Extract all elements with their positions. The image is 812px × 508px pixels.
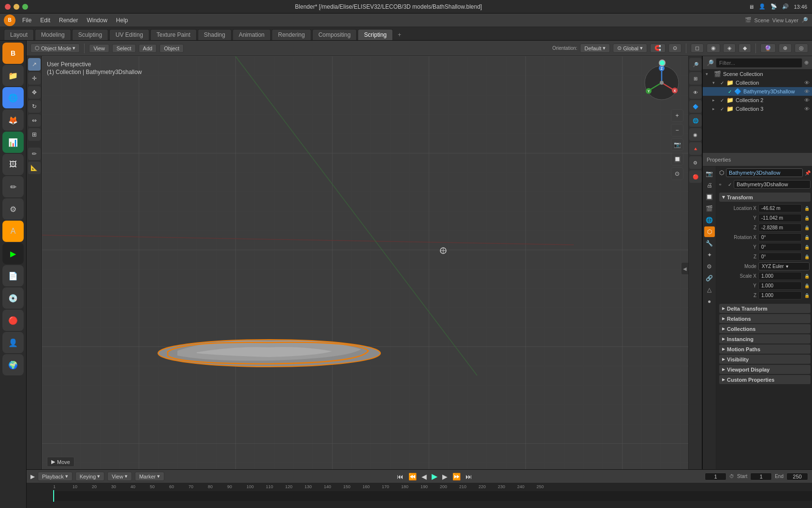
location-y-value[interactable]: -11.042 m <box>758 214 802 222</box>
prop-material-icon[interactable]: ● <box>704 296 715 307</box>
timeline-content[interactable]: 1 10 20 30 40 50 60 70 80 90 100 110 120… <box>27 483 812 508</box>
minimize-button[interactable] <box>14 4 19 10</box>
object-name-field[interactable]: Bathymetry3Dshallow <box>726 168 803 177</box>
prop-particles-icon[interactable]: ✦ <box>704 250 715 260</box>
motion-paths-header[interactable]: ▸ Motion Paths <box>719 344 811 354</box>
app-draw[interactable]: ✏ <box>2 176 24 197</box>
end-frame-input[interactable] <box>786 473 808 480</box>
viewport-shading-solid[interactable]: ◉ <box>707 44 720 53</box>
lock-ry[interactable]: 🔒 <box>804 244 810 250</box>
start-frame-input[interactable] <box>750 473 772 480</box>
viewport-display-header[interactable]: ▸ Viewport Display <box>719 365 811 374</box>
orbit-btn[interactable]: ⊙ <box>671 167 683 180</box>
app-disk[interactable]: 💿 <box>2 287 24 309</box>
marker-menu[interactable]: Marker ▾ <box>135 472 164 481</box>
relations-header[interactable]: ▸ Relations <box>719 314 811 323</box>
timeline-cursor[interactable] <box>53 490 54 502</box>
transform-header[interactable]: ▾ Transform <box>719 193 811 202</box>
menu-file[interactable]: File <box>18 15 35 25</box>
mode-dropdown[interactable]: ⬡ Object Mode ▾ <box>30 44 80 53</box>
scale-x-value[interactable]: 1.000 <box>758 272 802 280</box>
tool-annotate[interactable]: ✏ <box>28 148 41 160</box>
prop-physics-icon[interactable]: ⚙ <box>704 261 715 272</box>
tool-select[interactable]: ↗ <box>28 58 41 71</box>
location-z-value[interactable]: -2.8288 m <box>758 224 802 232</box>
tab-add[interactable]: + <box>394 30 405 40</box>
menu-edit[interactable]: Edit <box>36 15 54 25</box>
view-menu[interactable]: View <box>89 44 109 53</box>
sub-object-name[interactable]: Bathymetry3Dshallow <box>734 180 811 189</box>
tool-scale[interactable]: ⇔ <box>28 114 41 127</box>
lock-z[interactable]: 🔒 <box>804 225 810 231</box>
gizmo[interactable]: Z X Y <box>642 63 681 102</box>
tab-texture-paint[interactable]: Texture Paint <box>150 29 197 40</box>
timeline-bar[interactable] <box>53 491 812 501</box>
app-chrome[interactable]: 🌐 <box>2 87 24 108</box>
next-keyframe-btn[interactable]: ⏩ <box>451 473 462 480</box>
prev-keyframe-btn[interactable]: ⏪ <box>407 473 418 480</box>
overlay-btn-6[interactable]: ◉ <box>689 128 702 141</box>
overlay-btn-4[interactable]: 🔷 <box>689 100 702 113</box>
location-x-value[interactable]: -46.62 m <box>758 204 802 212</box>
app-terminal[interactable]: ▶ <box>2 243 24 264</box>
overlay-btn-2[interactable]: ⊞ <box>689 72 702 85</box>
gizmo-toggle[interactable]: 🔮 <box>760 44 776 53</box>
lock-x[interactable]: 🔒 <box>804 206 810 211</box>
menu-help[interactable]: Help <box>112 15 132 25</box>
lock-sy[interactable]: 🔒 <box>804 283 810 289</box>
prop-object-icon[interactable]: ⬡ <box>704 226 715 237</box>
tab-shading[interactable]: Shading <box>198 29 232 40</box>
app-calc[interactable]: 📊 <box>2 132 24 153</box>
prop-view-layer-icon[interactable]: 🔲 <box>704 192 715 202</box>
prev-frame-btn[interactable]: ◀ <box>420 473 428 480</box>
viewport-collapse-btn[interactable]: ◀ <box>682 263 688 274</box>
tool-cursor[interactable]: ✛ <box>28 72 41 85</box>
tab-compositing[interactable]: Compositing <box>312 29 357 40</box>
app-amazon[interactable]: A <box>2 221 24 242</box>
zoom-out-btn[interactable]: − <box>671 124 683 136</box>
rotation-mode-dropdown[interactable]: XYZ Euler ▾ <box>758 262 810 270</box>
rotation-z-value[interactable]: 0° <box>758 253 802 261</box>
lock-rz[interactable]: 🔒 <box>804 254 810 260</box>
tab-animation[interactable]: Animation <box>232 29 271 40</box>
maximize-button[interactable] <box>22 4 28 10</box>
collections-header[interactable]: ▸ Collections <box>719 324 811 333</box>
tab-layout[interactable]: Layout <box>4 29 34 40</box>
scale-z-value[interactable]: 1.000 <box>758 291 802 299</box>
overlay-btn-1[interactable]: 🔎 <box>689 58 702 71</box>
tool-transform[interactable]: ⊞ <box>28 128 41 141</box>
viewport-3d[interactable]: User Perspective (1) Collection | Bathym… <box>42 56 688 469</box>
app-blender[interactable]: B <box>2 43 24 64</box>
app-settings[interactable]: ⚙ <box>2 198 24 220</box>
overlay-btn-8[interactable]: ⚙ <box>689 156 702 169</box>
viewport-shading-wire[interactable]: ◻ <box>691 44 704 53</box>
scene-collection-item[interactable]: ▾ 🎬 Scene Collection <box>703 70 812 78</box>
menu-render[interactable]: Render <box>55 15 82 25</box>
app-person[interactable]: 👤 <box>2 332 24 353</box>
camera-view-btn[interactable]: 📷 <box>671 138 683 151</box>
keying-menu[interactable]: Keying ▾ <box>75 472 105 481</box>
play-to-start-btn[interactable]: ⏮ <box>396 473 405 480</box>
custom-props-header[interactable]: ▸ Custom Properties <box>719 375 811 384</box>
current-frame-input[interactable] <box>705 473 726 480</box>
prop-output-icon[interactable]: 🖨 <box>704 180 715 191</box>
bathymetry-item[interactable]: ▸ ✓ 🔷 Bathymetry3Dshallow 👁 <box>703 87 812 96</box>
app-writer[interactable]: 📄 <box>2 265 24 286</box>
orientation-dropdown[interactable]: Default ▾ <box>580 44 610 53</box>
eye-icon[interactable]: 👁 <box>804 80 810 86</box>
select-menu[interactable]: Select <box>112 44 136 53</box>
tab-uv-editing[interactable]: UV Editing <box>109 29 149 40</box>
next-frame-btn[interactable]: ▶ <box>441 473 449 480</box>
filter-icon[interactable]: 🔎 <box>801 17 808 23</box>
play-btn[interactable]: ▶ <box>431 472 438 481</box>
prop-constraints-icon[interactable]: 🔗 <box>704 273 715 284</box>
menu-window[interactable]: Window <box>83 15 111 25</box>
collection2-item[interactable]: ▸ ✓ 📁 Collection 2 👁 <box>703 96 812 105</box>
add-menu[interactable]: Add <box>139 44 157 53</box>
prop-render-icon[interactable]: 📷 <box>704 168 715 179</box>
delta-transform-header[interactable]: ▸ Delta Transform <box>719 304 811 313</box>
tab-scripting[interactable]: Scripting <box>358 29 393 40</box>
viewport-shading-render[interactable]: ◆ <box>739 44 751 53</box>
tool-rotate[interactable]: ↻ <box>28 100 41 113</box>
app-files[interactable]: 📁 <box>2 65 24 86</box>
